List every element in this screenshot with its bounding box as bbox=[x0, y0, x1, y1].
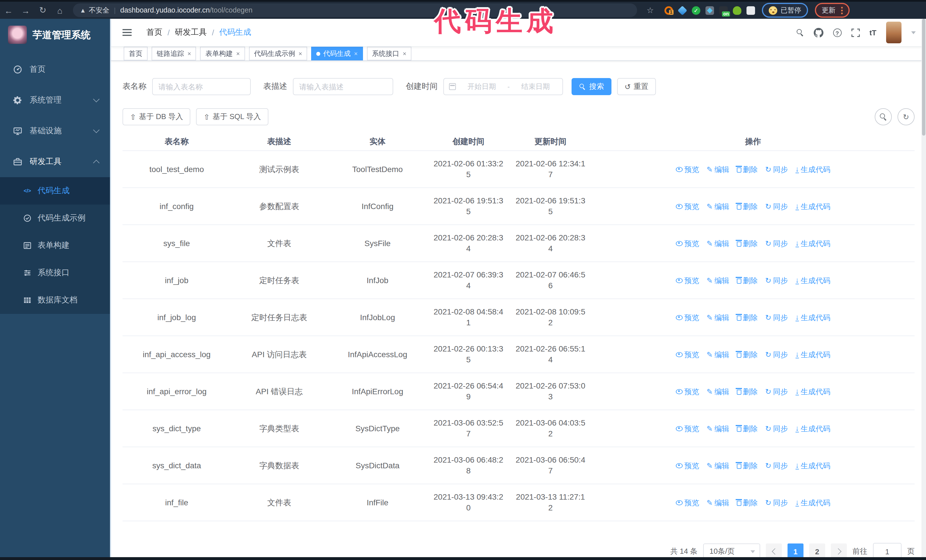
action-sync[interactable]: ↻同步 bbox=[765, 275, 788, 286]
action-delete[interactable]: 删除 bbox=[737, 423, 758, 434]
action-edit[interactable]: ✎编辑 bbox=[707, 423, 729, 434]
action-delete[interactable]: 删除 bbox=[737, 275, 758, 286]
action-preview[interactable]: 预览 bbox=[676, 312, 699, 323]
action-preview[interactable]: 预览 bbox=[676, 201, 699, 211]
security-label[interactable]: 不安全 bbox=[89, 5, 109, 15]
search-button[interactable]: 搜索 bbox=[572, 78, 611, 95]
sidebar-item-codegen[interactable]: </> 代码生成 bbox=[0, 177, 110, 205]
tab-system-api[interactable]: 系统接口 × bbox=[367, 47, 412, 60]
extension-gem-icon[interactable] bbox=[678, 5, 687, 15]
refresh-button[interactable]: ↻ bbox=[897, 108, 915, 125]
home-icon[interactable]: ⌂ bbox=[51, 5, 68, 15]
sidebar-logo-row[interactable]: 芋道管理系统 bbox=[0, 19, 110, 50]
action-preview[interactable]: 预览 bbox=[676, 275, 699, 286]
search-icon[interactable] bbox=[796, 29, 804, 36]
action-preview[interactable]: 预览 bbox=[676, 238, 699, 249]
action-delete[interactable]: 删除 bbox=[737, 386, 758, 397]
tab-form-builder[interactable]: 表单构建 × bbox=[200, 47, 245, 60]
window-scrollbar[interactable] bbox=[921, 19, 926, 557]
action-delete[interactable]: 删除 bbox=[737, 460, 758, 471]
action-generate-code[interactable]: ↓生成代码 bbox=[795, 238, 830, 249]
sidebar-item-form-builder[interactable]: 表单构建 bbox=[0, 232, 110, 259]
action-sync[interactable]: ↻同步 bbox=[765, 164, 788, 175]
reset-button[interactable]: ↺ 重置 bbox=[617, 78, 656, 95]
action-generate-code[interactable]: ↓生成代码 bbox=[795, 349, 830, 360]
action-preview[interactable]: 预览 bbox=[676, 460, 699, 471]
extension-on-icon[interactable]: on bbox=[719, 6, 728, 15]
close-icon[interactable]: × bbox=[299, 50, 302, 57]
action-sync[interactable]: ↻同步 bbox=[765, 386, 788, 397]
fullscreen-icon[interactable] bbox=[851, 28, 859, 37]
sidebar-item-infrastructure[interactable]: 基础设施 bbox=[0, 116, 110, 146]
sidebar-item-database-doc[interactable]: 数据库文档 bbox=[0, 287, 110, 314]
tab-home[interactable]: 首页 bbox=[124, 47, 148, 60]
bookmark-star-icon[interactable]: ☆ bbox=[644, 6, 657, 15]
action-sync[interactable]: ↻同步 bbox=[765, 460, 788, 471]
close-icon[interactable]: × bbox=[236, 50, 240, 57]
hamburger-icon[interactable] bbox=[123, 29, 132, 30]
sidebar-item-system-management[interactable]: 系统管理 bbox=[0, 85, 110, 116]
breadcrumb-dev-tools[interactable]: 研发工具 bbox=[175, 27, 207, 38]
sidebar-item-codegen-example[interactable]: 代码生成示例 bbox=[0, 205, 110, 232]
tab-codegen-example[interactable]: 代码生成示例 × bbox=[249, 47, 307, 60]
action-edit[interactable]: ✎编辑 bbox=[707, 386, 729, 397]
action-delete[interactable]: 删除 bbox=[737, 164, 758, 175]
action-edit[interactable]: ✎编辑 bbox=[707, 164, 729, 175]
action-generate-code[interactable]: ↓生成代码 bbox=[795, 312, 830, 323]
back-icon[interactable]: ← bbox=[0, 5, 17, 15]
action-delete[interactable]: 删除 bbox=[737, 201, 758, 211]
action-preview[interactable]: 预览 bbox=[676, 497, 699, 508]
url-host[interactable]: dashboard.yudao.iocoder.cn bbox=[120, 6, 210, 14]
action-delete[interactable]: 删除 bbox=[737, 238, 758, 249]
action-edit[interactable]: ✎编辑 bbox=[707, 275, 729, 286]
reload-icon[interactable]: ↻ bbox=[34, 5, 51, 15]
extension-orange-ring-icon[interactable]: 1 bbox=[664, 6, 673, 15]
sidebar-item-system-api[interactable]: 系统接口 bbox=[0, 259, 110, 287]
action-edit[interactable]: ✎编辑 bbox=[707, 201, 729, 211]
forward-icon[interactable]: → bbox=[17, 5, 34, 15]
url-path[interactable]: /tool/codegen bbox=[210, 6, 253, 14]
action-sync[interactable]: ↻同步 bbox=[765, 423, 788, 434]
sidebar-item-dev-tools[interactable]: 研发工具 bbox=[0, 146, 110, 177]
tab-trace[interactable]: 链路追踪 × bbox=[151, 47, 196, 60]
sidebar-item-home[interactable]: 首页 bbox=[0, 54, 110, 85]
action-generate-code[interactable]: ↓生成代码 bbox=[795, 386, 830, 397]
action-generate-code[interactable]: ↓生成代码 bbox=[795, 275, 830, 286]
profile-paused-badge[interactable]: 已暂停 bbox=[762, 3, 808, 18]
table-name-input[interactable] bbox=[152, 78, 251, 95]
end-date-placeholder[interactable]: 结束日期 bbox=[514, 82, 557, 91]
action-edit[interactable]: ✎编辑 bbox=[707, 238, 729, 249]
action-generate-code[interactable]: ↓生成代码 bbox=[795, 164, 830, 175]
tab-codegen[interactable]: 代码生成 × bbox=[312, 47, 363, 60]
font-size-icon[interactable]: tT bbox=[869, 28, 876, 37]
github-icon[interactable] bbox=[814, 28, 823, 37]
close-icon[interactable]: × bbox=[354, 50, 358, 57]
start-date-placeholder[interactable]: 开始日期 bbox=[460, 82, 504, 91]
import-sql-button[interactable]: ⇧ 基于 SQL 导入 bbox=[196, 108, 268, 125]
help-icon[interactable]: ? bbox=[833, 28, 841, 37]
action-preview[interactable]: 预览 bbox=[676, 386, 699, 397]
extension-diamond-icon[interactable] bbox=[705, 6, 714, 15]
action-sync[interactable]: ↻同步 bbox=[765, 312, 788, 323]
action-generate-code[interactable]: ↓生成代码 bbox=[795, 201, 830, 211]
action-edit[interactable]: ✎编辑 bbox=[707, 460, 729, 471]
action-preview[interactable]: 预览 bbox=[676, 423, 699, 434]
action-sync[interactable]: ↻同步 bbox=[765, 497, 788, 508]
action-edit[interactable]: ✎编辑 bbox=[707, 349, 729, 360]
action-generate-code[interactable]: ↓生成代码 bbox=[795, 460, 830, 471]
action-preview[interactable]: 预览 bbox=[676, 349, 699, 360]
scrollbar-thumb[interactable] bbox=[922, 19, 925, 136]
action-delete[interactable]: 删除 bbox=[737, 497, 758, 508]
import-db-button[interactable]: ⇧ 基于 DB 导入 bbox=[123, 108, 190, 125]
extension-green-check-icon[interactable]: ✓ bbox=[692, 6, 701, 15]
action-delete[interactable]: 删除 bbox=[737, 312, 758, 323]
browser-menu-icon[interactable] bbox=[841, 6, 843, 8]
action-edit[interactable]: ✎编辑 bbox=[707, 497, 729, 508]
action-preview[interactable]: 预览 bbox=[676, 164, 699, 175]
action-delete[interactable]: 删除 bbox=[737, 349, 758, 360]
action-generate-code[interactable]: ↓生成代码 bbox=[795, 497, 830, 508]
breadcrumb-home[interactable]: 首页 bbox=[147, 27, 162, 38]
action-edit[interactable]: ✎编辑 bbox=[707, 312, 729, 323]
action-sync[interactable]: ↻同步 bbox=[765, 349, 788, 360]
close-icon[interactable]: × bbox=[188, 50, 191, 57]
